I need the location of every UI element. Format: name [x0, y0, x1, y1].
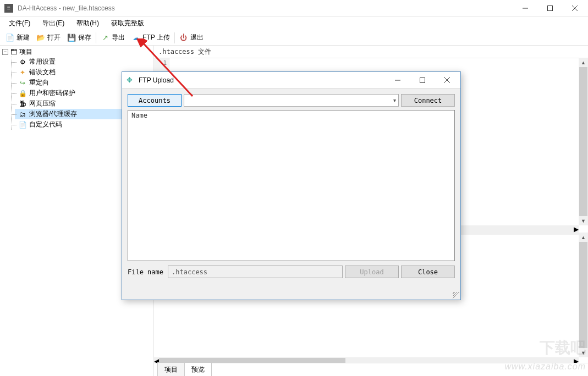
compress-icon: 🗜 — [18, 99, 27, 108]
tree-item-label: 重定向 — [29, 78, 49, 87]
tree-item-label: 网页压缩 — [29, 99, 56, 108]
lock-icon: 🔒 — [18, 89, 27, 98]
menu-export[interactable]: 导出(E) — [37, 17, 70, 30]
scroll-thumb[interactable] — [579, 242, 587, 348]
close-icon — [572, 5, 578, 11]
cache-icon: 🗂 — [18, 110, 27, 119]
dialog-titlebar[interactable]: ✥ FTP Upload — [122, 72, 460, 89]
minimize-button[interactable] — [513, 0, 537, 16]
toolbar-separator — [174, 32, 175, 43]
accounts-button[interactable]: Accounts — [128, 94, 182, 107]
toolbar-exit[interactable]: ⏻退出 — [176, 32, 207, 43]
close-button[interactable] — [562, 0, 587, 16]
dialog-title: FTP Upload — [139, 76, 385, 84]
filename-field: .htaccess — [168, 266, 343, 278]
scroll-up-icon[interactable]: ▲ — [579, 58, 588, 67]
dialog-maximize-button[interactable] — [410, 72, 435, 88]
maximize-button[interactable] — [537, 0, 562, 16]
resize-grip-icon[interactable] — [453, 292, 459, 298]
toolbar-export-label: 导出 — [112, 33, 125, 42]
new-file-icon: 📄 — [6, 34, 14, 42]
bottom-tabs: 项目 预览 — [154, 363, 588, 376]
settings-icon: ⚙ — [18, 58, 27, 67]
close-icon — [444, 77, 450, 83]
scroll-down-icon[interactable]: ▼ — [579, 348, 588, 357]
svg-rect-5 — [420, 78, 425, 82]
toolbar-ftp-label: FTP 上传 — [142, 33, 170, 42]
upload-button[interactable]: Upload — [345, 266, 399, 278]
tree-item-label: 错误文档 — [29, 68, 56, 77]
tree-root[interactable]: − 🗔 项目 — [2, 47, 151, 57]
tab-project[interactable]: 项目 — [157, 362, 185, 376]
chevron-down-icon: ▾ — [393, 97, 396, 103]
menu-file[interactable]: 文件(F) — [3, 17, 36, 30]
menu-help[interactable]: 帮助(H) — [71, 17, 105, 30]
scroll-down-icon[interactable]: ▼ — [579, 216, 588, 225]
dialog-close-button[interactable] — [435, 72, 459, 88]
tree-item-label: 用户和密码保护 — [29, 89, 75, 98]
menu-getfull[interactable]: 获取完整版 — [106, 17, 150, 30]
minimize-icon — [395, 78, 400, 83]
window-titlebar: ≡ DA-HtAccess - new_file.htaccess — [0, 0, 588, 16]
toolbar-export[interactable]: ↗导出 — [97, 32, 128, 43]
toolbar-new[interactable]: 📄新建 — [2, 32, 33, 43]
menubar: 文件(F) 导出(E) 帮助(H) 获取完整版 — [0, 16, 588, 30]
ftp-upload-dialog: ✥ FTP Upload Accounts ▾ Connect Name Fil… — [122, 71, 461, 300]
project-root-icon: 🗔 — [10, 48, 17, 56]
toolbar-open-label: 打开 — [47, 33, 61, 42]
tree-item-label: 浏览器/代理缓存 — [29, 109, 77, 119]
exit-icon: ⏻ — [179, 34, 188, 42]
filename-value: .htaccess — [172, 268, 207, 276]
toolbar-exit-label: 退出 — [190, 33, 204, 42]
preview-vscroll[interactable]: ▲ ▼ — [579, 233, 588, 357]
cloud-upload-icon: ☁ — [131, 34, 140, 42]
dialog-minimize-button[interactable] — [385, 72, 410, 88]
account-combobox[interactable]: ▾ — [184, 94, 399, 107]
toolbar-open[interactable]: 📂打开 — [33, 32, 64, 43]
dialog-body: Accounts ▾ Connect Name File name .htacc… — [128, 94, 455, 294]
svg-rect-1 — [547, 5, 552, 10]
editor-vscroll[interactable]: ▲ ▼ — [579, 58, 588, 225]
tree-item-settings[interactable]: ⚙常用设置 — [15, 57, 151, 67]
list-header-name: Name — [131, 112, 147, 119]
window-title: DA-HtAccess - new_file.htaccess — [18, 4, 513, 12]
toolbar-separator — [96, 32, 96, 43]
open-folder-icon: 📂 — [36, 34, 45, 42]
toolbar-ftp-upload[interactable]: ☁FTP 上传 — [128, 32, 173, 43]
scroll-right-icon[interactable]: ▶ — [574, 225, 579, 235]
scroll-up-icon[interactable]: ▲ — [579, 233, 588, 242]
minimize-icon — [523, 5, 528, 11]
editor-header: .htaccess 文件 — [154, 46, 579, 58]
toolbar-save-label: 保存 — [78, 33, 91, 42]
tree-item-label: 常用设置 — [29, 57, 56, 67]
scroll-thumb[interactable] — [579, 67, 587, 216]
collapse-icon[interactable]: − — [2, 49, 8, 55]
save-icon: 💾 — [67, 34, 76, 42]
connect-button[interactable]: Connect — [401, 94, 455, 107]
filename-label: File name — [128, 268, 163, 276]
app-icon: ≡ — [4, 4, 13, 13]
tree-item-label: 自定义代码 — [29, 120, 62, 129]
export-icon: ↗ — [101, 34, 109, 42]
tab-preview[interactable]: 预览 — [184, 362, 212, 376]
toolbar: 📄新建 📂打开 💾保存 ↗导出 ☁FTP 上传 ⏻退出 — [0, 30, 588, 46]
toolbar-save[interactable]: 💾保存 — [64, 32, 95, 43]
code-icon: 📄 — [18, 120, 27, 129]
maximize-icon — [547, 5, 553, 11]
close-dialog-button[interactable]: Close — [401, 266, 455, 278]
line-number: 1 — [154, 59, 167, 67]
maximize-icon — [420, 78, 425, 83]
tree-root-label: 项目 — [19, 47, 32, 57]
redirect-icon: ↪ — [18, 79, 27, 87]
file-listbox[interactable]: Name — [128, 110, 455, 261]
toolbar-new-label: 新建 — [17, 33, 30, 42]
ftp-icon: ✥ — [127, 76, 135, 85]
error-doc-icon: ✦ — [18, 68, 27, 77]
